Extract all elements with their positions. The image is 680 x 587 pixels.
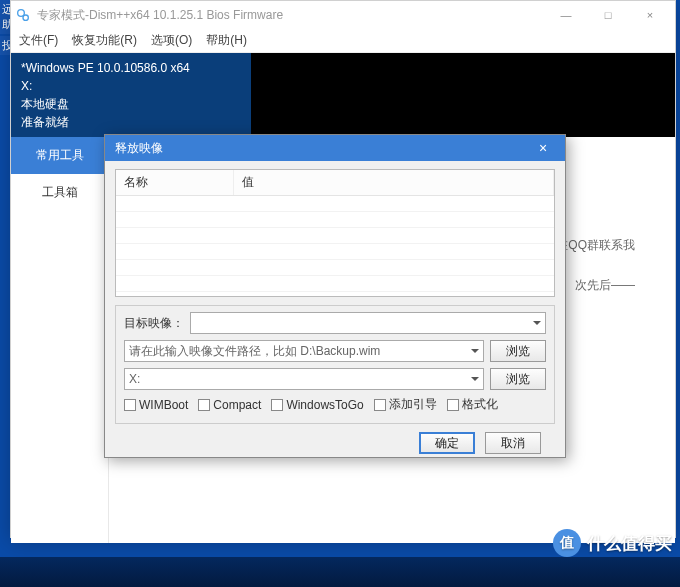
ok-button[interactable]: 确定 bbox=[419, 432, 475, 454]
titlebar: 专家模式-Dism++x64 10.1.25.1 Bios Firmware —… bbox=[11, 1, 675, 29]
background-text: 次先后—— bbox=[575, 277, 635, 294]
info-disk: 本地硬盘 bbox=[21, 95, 251, 113]
close-button[interactable]: × bbox=[629, 1, 671, 29]
list-row bbox=[116, 244, 554, 260]
wimboot-checkbox[interactable]: WIMBoot bbox=[124, 396, 188, 413]
browse-drive-button[interactable]: 浏览 bbox=[490, 368, 546, 390]
dialog-title: 释放映像 bbox=[115, 140, 163, 157]
list-row bbox=[116, 260, 554, 276]
target-image-combo[interactable] bbox=[190, 312, 546, 334]
column-name[interactable]: 名称 bbox=[116, 170, 234, 195]
menu-recovery[interactable]: 恢复功能(R) bbox=[72, 32, 137, 49]
windowstogo-checkbox[interactable]: WindowsToGo bbox=[271, 396, 363, 413]
dialog-close-button[interactable]: × bbox=[531, 140, 555, 156]
info-status: 准备就绪 bbox=[21, 113, 251, 131]
info-os: *Windows PE 10.0.10586.0 x64 bbox=[21, 59, 251, 77]
menu-options[interactable]: 选项(O) bbox=[151, 32, 192, 49]
watermark: 值 什么值得买 bbox=[553, 529, 672, 557]
target-drive-combo[interactable]: X: bbox=[124, 368, 484, 390]
release-image-dialog: 释放映像 × 名称 值 目标映像： 请在此输入映像文件路径，比如 D:\Back… bbox=[104, 134, 566, 458]
info-drive: X: bbox=[21, 77, 251, 95]
compact-checkbox[interactable]: Compact bbox=[198, 396, 261, 413]
watermark-text: 什么值得买 bbox=[587, 532, 672, 555]
list-row bbox=[116, 196, 554, 212]
image-listview[interactable]: 名称 值 bbox=[115, 169, 555, 297]
list-row bbox=[116, 212, 554, 228]
add-boot-checkbox[interactable]: 添加引导 bbox=[374, 396, 437, 413]
dialog-titlebar: 释放映像 × bbox=[105, 135, 565, 161]
target-form: 目标映像： 请在此输入映像文件路径，比如 D:\Backup.wim 浏览 X:… bbox=[115, 305, 555, 424]
menu-file[interactable]: 文件(F) bbox=[19, 32, 58, 49]
maximize-button[interactable]: □ bbox=[587, 1, 629, 29]
menubar: 文件(F) 恢复功能(R) 选项(O) 帮助(H) bbox=[11, 29, 675, 53]
taskbar[interactable] bbox=[0, 557, 680, 587]
gear-icon bbox=[15, 7, 31, 23]
preview-pane bbox=[251, 53, 675, 137]
system-info-panel: *Windows PE 10.0.10586.0 x64 X: 本地硬盘 准备就… bbox=[11, 53, 675, 137]
cancel-button[interactable]: 取消 bbox=[485, 432, 541, 454]
list-row bbox=[116, 276, 554, 292]
background-text: 在QQ群联系我 bbox=[556, 237, 635, 254]
target-image-label: 目标映像： bbox=[124, 315, 184, 332]
window-title: 专家模式-Dism++x64 10.1.25.1 Bios Firmware bbox=[37, 7, 283, 24]
minimize-button[interactable]: — bbox=[545, 1, 587, 29]
list-row bbox=[116, 228, 554, 244]
watermark-icon: 值 bbox=[553, 529, 581, 557]
sidebar-item-common-tools[interactable]: 常用工具 bbox=[11, 137, 108, 174]
menu-help[interactable]: 帮助(H) bbox=[206, 32, 247, 49]
column-value[interactable]: 值 bbox=[234, 170, 554, 195]
format-checkbox[interactable]: 格式化 bbox=[447, 396, 498, 413]
browse-image-button[interactable]: 浏览 bbox=[490, 340, 546, 362]
sidebar-item-toolbox[interactable]: 工具箱 bbox=[11, 174, 108, 211]
sidebar: 常用工具 工具箱 bbox=[11, 137, 109, 543]
svg-point-1 bbox=[23, 15, 28, 20]
image-path-input[interactable]: 请在此输入映像文件路径，比如 D:\Backup.wim bbox=[124, 340, 484, 362]
